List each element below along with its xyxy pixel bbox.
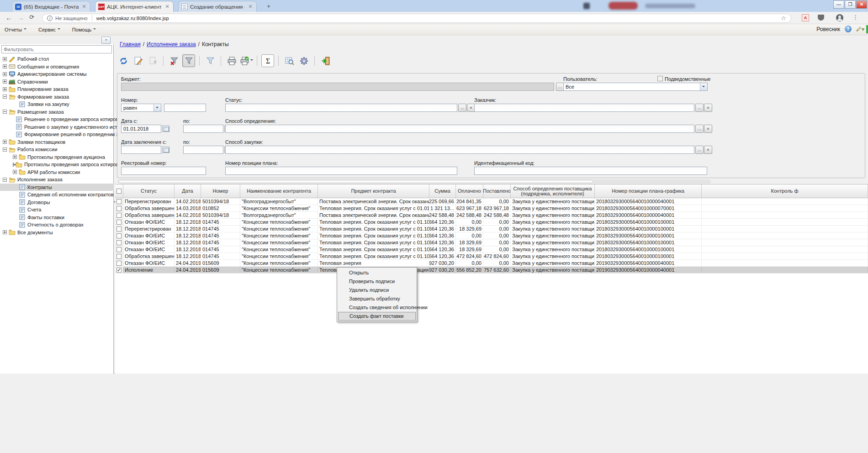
refresh-button[interactable]	[117, 54, 130, 67]
customer-picker-button[interactable]: ...	[695, 104, 704, 112]
column-header-2[interactable]: Дата	[175, 184, 201, 198]
context-menu-item-создать-сведения-об-исполнении[interactable]: Создать сведения об исполнении	[338, 303, 416, 312]
bookmark-star-icon[interactable]: ☆	[781, 15, 786, 21]
tree-item-рабочий-стол[interactable]: Рабочий стол	[0, 55, 114, 63]
calendar-icon[interactable]	[162, 126, 169, 132]
method-picker-button[interactable]: ...	[695, 125, 704, 133]
new-tab-button[interactable]: +	[264, 3, 273, 10]
info-icon[interactable]: i	[47, 16, 53, 21]
help-icon[interactable]: ?	[845, 26, 852, 32]
context-menu-item-проверить-подписи[interactable]: Проверить подписи	[338, 277, 416, 286]
address-bar[interactable]: i Не защищено web.volgzakaz.ru:8080/inde…	[42, 14, 791, 23]
context-menu-item-завершить-обработку[interactable]: Завершить обработку	[338, 295, 416, 303]
context-menu-item-удалить-подписи[interactable]: Удалить подписи	[338, 286, 416, 295]
row-checkbox[interactable]	[116, 206, 122, 211]
expand-icon[interactable]	[3, 140, 7, 144]
table-row-3[interactable]: Обработка завершена14.02.20185010394/18"…	[115, 212, 868, 219]
column-header-3[interactable]: Номер	[201, 184, 240, 198]
row-checkbox[interactable]	[116, 261, 122, 266]
status-picker-button[interactable]: ...	[458, 104, 466, 112]
tree-item-протоколы-проведения-запроса-котировок[interactable]: Протоколы проведения запроса котировок	[0, 161, 114, 169]
tree-item-работа-комиссии[interactable]: Работа комиссии	[0, 146, 114, 153]
close-tab-icon[interactable]: ✕	[164, 4, 170, 10]
expand-icon[interactable]	[3, 79, 7, 84]
tree-item-протоколы-проведения-аукциона[interactable]: Протоколы проведения аукциона	[0, 153, 114, 161]
table-row-7[interactable]: Отказан ФО/ЕИС18.12.2018014745"Концессии…	[115, 239, 868, 246]
row-checkbox[interactable]	[116, 247, 122, 252]
theme-icon[interactable]: 🖉▾	[856, 26, 864, 32]
tree-item-решение-о-проведении-запроса-котировок[interactable]: Решение о проведении запроса котировок	[0, 116, 114, 123]
table-row-5[interactable]: Перерегистрирован18.12.2018014745"Концес…	[115, 226, 868, 232]
table-row-1[interactable]: Перерегистрирован14.02.20185010394/18"Во…	[115, 198, 868, 205]
id-code-input[interactable]	[474, 167, 707, 175]
breadcrumb-link[interactable]: Главная	[120, 41, 141, 47]
filter-preview-button[interactable]	[204, 54, 217, 67]
chevron-down-icon[interactable]	[153, 104, 161, 111]
number-input[interactable]	[164, 104, 206, 112]
tree-item-отчетность-о-договорах[interactable]: Отчетность о договорах	[0, 221, 114, 229]
close-tab-icon[interactable]: ✕	[81, 4, 87, 10]
reload-icon[interactable]: ⟳	[29, 14, 34, 21]
row-checkbox[interactable]	[116, 254, 122, 259]
conclusion-from-input[interactable]	[121, 146, 161, 154]
table-row-6[interactable]: Отказан ФО/ЕИС18.12.2018014745"Концессии…	[115, 232, 868, 239]
browser-tab-1[interactable]: ✉(65) Входящие - Почта Mail.ru✕	[12, 1, 90, 12]
browser-tab-3[interactable]: Создание обращения - Реестр✕	[178, 1, 257, 12]
chevron-down-icon[interactable]	[250, 59, 253, 62]
conclusion-to-input[interactable]	[183, 146, 223, 154]
purchase-method-picker-button[interactable]: ...	[695, 146, 704, 154]
breadcrumb-link[interactable]: Исполнение заказа	[147, 41, 196, 47]
sigma-button[interactable]: Σ	[261, 54, 274, 67]
print-button[interactable]	[225, 54, 238, 67]
horizontal-scrollbar[interactable]	[118, 179, 711, 184]
subordinate-checkbox[interactable]	[657, 76, 663, 81]
edit-button[interactable]	[132, 54, 144, 67]
date-from-input[interactable]	[121, 125, 161, 133]
column-header-5[interactable]: Предмет контракта	[318, 184, 429, 198]
column-header-9[interactable]: Способ определения поставщика (подрядчик…	[511, 184, 595, 198]
close-tab-icon[interactable]: ✕	[247, 4, 254, 10]
column-header-7[interactable]: Оплачено	[456, 184, 483, 198]
filter-button[interactable]	[182, 54, 195, 67]
url-text[interactable]: web.volgzakaz.ru:8080/index.jsp	[96, 16, 169, 21]
maximize-button[interactable]: ❐	[845, 0, 856, 9]
table-row-9[interactable]: Обработка завершена18.12.2018014745"Конц…	[115, 253, 868, 260]
extension-icon[interactable]	[818, 15, 824, 21]
row-checkbox[interactable]	[116, 199, 122, 204]
tree-item-контракты[interactable]: Контракты	[0, 184, 114, 191]
filter-remove-button[interactable]	[168, 54, 180, 67]
tree-item-факты-поставки[interactable]: Факты поставки	[0, 214, 114, 221]
tree-item-решение-о-закупке-у-единственного-источника[interactable]: Решение о закупке у единственного источн…	[0, 123, 114, 131]
customer-clear-button[interactable]: ×	[704, 104, 712, 112]
table-row-2[interactable]: Обработка завершена14.03.2018010852"Конц…	[115, 205, 868, 212]
expand-icon[interactable]	[3, 64, 7, 68]
row-checkbox[interactable]	[116, 226, 122, 232]
tree-item-все-документы[interactable]: Все документы	[0, 229, 114, 237]
forward-icon[interactable]: →	[17, 14, 24, 21]
purchase-method-input[interactable]	[225, 146, 694, 154]
expand-icon[interactable]	[13, 155, 17, 159]
registry-number-input[interactable]	[121, 167, 206, 175]
context-menu-item-открыть[interactable]: Открыть	[338, 269, 416, 277]
tree-filter-input[interactable]	[1, 45, 112, 53]
collapse-icon[interactable]	[3, 95, 7, 99]
tree-item-сведения-об-исполнении-контрактов[interactable]: Сведения об исполнении контрактов	[0, 191, 114, 199]
column-header-10[interactable]: Номер позиции плана-графика	[595, 184, 702, 198]
tree-item-заявки-на-закупку[interactable]: Заявки на закупку	[0, 100, 114, 108]
column-header-11[interactable]: Контроль ф	[702, 184, 868, 198]
browser-tab-2[interactable]: БФТАЦК. Интернет-клиент (Ровесни✕	[95, 1, 174, 12]
tree-item-справочники[interactable]: Справочники	[0, 78, 114, 86]
menu-2[interactable]: Сервис	[38, 27, 60, 32]
method-input[interactable]	[225, 125, 694, 133]
row-checkbox[interactable]	[116, 220, 122, 225]
expand-icon[interactable]	[3, 87, 7, 91]
tree-item-администрирование-системы[interactable]: Администрирование системы	[0, 70, 114, 78]
status-input[interactable]	[225, 104, 457, 112]
context-menu-item-создать-факт-поставки[interactable]: Создать факт поставки	[338, 312, 416, 321]
tree-item-формирование-решений-о-проведении-закупки[interactable]: Формирование решений о проведении закупк…	[0, 131, 114, 138]
tree-item-счета[interactable]: Счета	[0, 206, 114, 214]
grid-search-button[interactable]	[283, 54, 296, 67]
tree-item-арм-работы-комиссии[interactable]: АРМ работы комиссии	[0, 169, 114, 176]
print-signed-button[interactable]	[240, 54, 253, 67]
column-header-8[interactable]: Поставлено	[483, 184, 511, 198]
